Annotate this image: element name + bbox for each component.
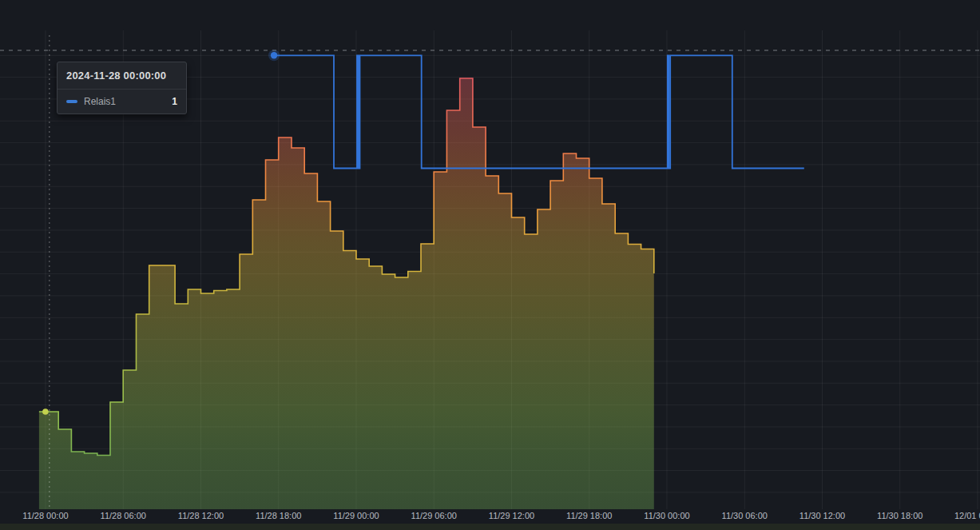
x-axis-label: 11/28 00:00 xyxy=(22,511,68,520)
area-series-hover-dot xyxy=(42,408,49,415)
series-color-swatch-icon xyxy=(66,100,77,103)
x-axis-label: 11/29 00:00 xyxy=(333,511,379,520)
relais1-step-line xyxy=(274,55,804,168)
tooltip-series-value: 1 xyxy=(172,96,177,107)
x-axis-label: 11/29 06:00 xyxy=(411,511,457,520)
x-axis-label: 11/30 12:00 xyxy=(799,511,845,520)
x-axis-label: 11/30 00:00 xyxy=(644,511,689,520)
tooltip-timestamp: 2024-11-28 00:00:00 xyxy=(58,62,186,90)
tooltip-series-row: Relais1 1 xyxy=(58,90,186,114)
x-axis-label: 11/30 18:00 xyxy=(877,511,922,520)
x-axis-label: 11/29 18:00 xyxy=(566,511,612,520)
relais1-hover-dot xyxy=(271,52,277,58)
x-axis-label: 11/30 06:00 xyxy=(722,511,768,520)
hover-tooltip: 2024-11-28 00:00:00 Relais1 1 xyxy=(57,62,187,114)
x-axis-label: 11/28 18:00 xyxy=(256,511,301,520)
grafana-time-series-panel: { "tooltip": { "timestamp": "2024-11-28 … xyxy=(0,0,980,530)
tooltip-series-label: Relais1 xyxy=(84,96,116,107)
x-axis-label: 11/28 06:00 xyxy=(101,511,146,520)
x-axis-tick-labels: 11/28 00:0011/28 06:0011/28 12:0011/28 1… xyxy=(0,511,980,524)
x-axis-label: 11/28 12:00 xyxy=(178,511,224,520)
x-axis-label: 11/29 12:00 xyxy=(489,511,534,520)
adjacent-panel-edge-strip xyxy=(0,524,980,530)
x-axis-label: 12/01 00:00 xyxy=(954,511,980,520)
